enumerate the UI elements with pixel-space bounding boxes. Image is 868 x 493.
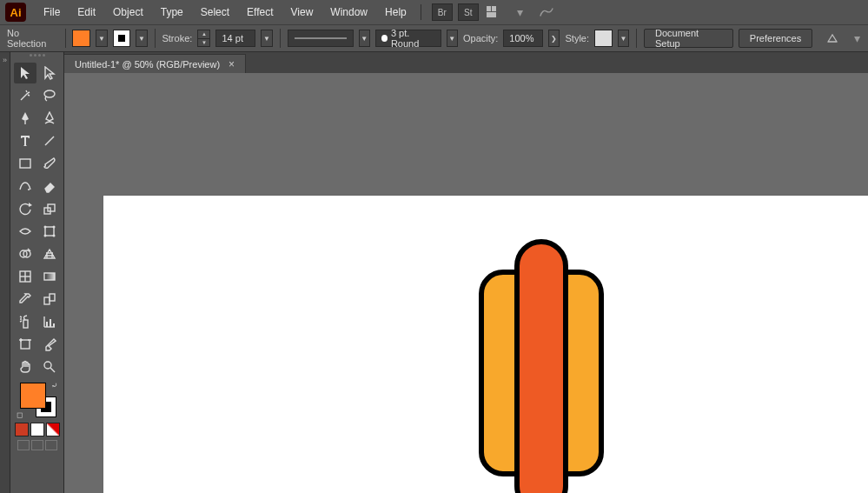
stroke-weight-field[interactable]: 14 pt <box>215 30 255 47</box>
menu-help[interactable]: Help <box>376 3 415 22</box>
main-area: » <box>0 52 868 493</box>
opacity-dropdown[interactable]: ❯ <box>548 30 560 47</box>
swap-fill-stroke-icon[interactable]: ⤾ <box>51 381 58 390</box>
draw-behind-icon[interactable] <box>31 440 43 450</box>
brush-definition-label: 3 pt. Round <box>391 28 435 49</box>
width-tool[interactable] <box>14 221 36 242</box>
separator <box>421 4 421 20</box>
bridge-button[interactable]: Br <box>432 3 453 21</box>
menu-type[interactable]: Type <box>152 3 192 22</box>
scale-tool[interactable] <box>38 198 61 219</box>
document-tab[interactable]: Untitled-1* @ 50% (RGB/Preview) × <box>64 54 246 73</box>
curvature-tool[interactable] <box>38 108 61 129</box>
rectangle-tool[interactable] <box>14 153 36 174</box>
document-area: Untitled-1* @ 50% (RGB/Preview) × <box>64 52 868 493</box>
arrange-documents-icon[interactable] <box>484 3 505 21</box>
fill-stroke-picker[interactable]: ⤾ ◻ <box>18 383 56 417</box>
app-logo: Ai <box>5 3 26 22</box>
gpu-performance-icon[interactable] <box>536 3 557 21</box>
options-bar: No Selection ▼ ▼ Stroke: ▲▼ 14 pt ▼ ▼ 3 … <box>0 24 868 52</box>
chevron-down-icon[interactable]: ▾ <box>510 3 531 21</box>
draw-normal-icon[interactable] <box>17 440 30 450</box>
menu-object[interactable]: Object <box>104 3 152 22</box>
rotate-tool[interactable] <box>14 198 36 219</box>
draw-inside-icon[interactable] <box>45 440 57 450</box>
slice-tool[interactable] <box>38 334 61 355</box>
stroke-swatch[interactable] <box>113 30 131 47</box>
eraser-tool[interactable] <box>38 176 61 197</box>
shape-builder-tool[interactable] <box>14 243 36 264</box>
align-dropdown[interactable]: ▾ <box>853 30 861 47</box>
opacity-field[interactable]: 100% <box>503 30 543 47</box>
brush-definition-dropdown[interactable]: ▼ <box>447 30 458 47</box>
paintbrush-tool[interactable] <box>38 153 61 174</box>
column-graph-tool[interactable] <box>38 311 61 332</box>
graphic-style-swatch[interactable] <box>594 30 613 47</box>
menu-edit[interactable]: Edit <box>69 3 104 22</box>
gradient-tool[interactable] <box>38 266 61 287</box>
stroke-weight-stepper[interactable]: ▲▼ <box>197 30 210 47</box>
shaper-tool[interactable] <box>14 176 36 197</box>
default-fill-stroke-icon[interactable]: ◻ <box>17 410 23 419</box>
svg-rect-8 <box>20 159 30 168</box>
color-mode-swatches <box>15 423 60 436</box>
pen-tool[interactable] <box>14 108 36 129</box>
close-tab-icon[interactable]: × <box>229 58 235 70</box>
color-mode-none[interactable] <box>46 423 60 436</box>
selection-status: No Selection <box>7 28 58 49</box>
panel-drag-handle[interactable] <box>20 54 55 61</box>
color-mode-gradient[interactable] <box>30 423 44 436</box>
eyedropper-tool[interactable] <box>14 289 36 310</box>
magic-wand-tool[interactable] <box>14 85 36 106</box>
svg-rect-29 <box>50 319 51 327</box>
fill-swatch[interactable] <box>72 30 90 47</box>
collapsed-panel-handle[interactable]: » <box>0 52 10 493</box>
tools-panel: ⤾ ◻ <box>10 52 64 493</box>
lasso-tool[interactable] <box>38 85 61 106</box>
variable-width-profile[interactable] <box>288 30 354 47</box>
stock-button[interactable]: St <box>458 3 479 21</box>
stroke-weight-dropdown[interactable]: ▼ <box>261 30 272 47</box>
graphic-style-dropdown[interactable]: ▼ <box>618 30 629 47</box>
svg-rect-0 <box>487 6 491 11</box>
pasteboard <box>64 73 868 493</box>
svg-point-16 <box>52 235 55 237</box>
stroke-dropdown[interactable]: ▼ <box>136 30 147 47</box>
free-transform-tool[interactable] <box>38 221 61 242</box>
menu-effect[interactable]: Effect <box>238 3 282 22</box>
perspective-grid-tool[interactable] <box>38 243 61 264</box>
preferences-button[interactable]: Preferences <box>739 29 812 48</box>
align-to-icon[interactable] <box>823 30 843 47</box>
svg-rect-12 <box>45 227 54 236</box>
variable-width-dropdown[interactable]: ▼ <box>359 30 370 47</box>
blend-tool[interactable] <box>38 289 61 310</box>
hand-tool[interactable] <box>14 356 36 377</box>
menu-view[interactable]: View <box>282 3 322 22</box>
fill-color-swatch[interactable] <box>20 383 46 409</box>
separator <box>280 29 281 48</box>
color-mode-solid[interactable] <box>15 423 29 436</box>
type-tool[interactable] <box>14 130 36 151</box>
brush-definition-field[interactable]: 3 pt. Round <box>375 30 441 47</box>
document-setup-button[interactable]: Document Setup <box>644 29 733 48</box>
svg-rect-1 <box>492 6 496 11</box>
menu-select[interactable]: Select <box>192 3 238 22</box>
menu-file[interactable]: File <box>35 3 69 22</box>
menu-window[interactable]: Window <box>321 3 376 22</box>
document-tab-bar: Untitled-1* @ 50% (RGB/Preview) × <box>64 52 868 73</box>
symbol-sprayer-tool[interactable] <box>14 311 36 332</box>
zoom-tool[interactable] <box>38 356 61 377</box>
direct-selection-tool[interactable] <box>38 63 61 83</box>
draw-mode-buttons <box>17 440 57 450</box>
fill-dropdown[interactable]: ▼ <box>96 30 107 47</box>
canvas[interactable] <box>64 73 868 493</box>
line-segment-tool[interactable] <box>38 130 61 151</box>
separator <box>636 29 637 48</box>
svg-rect-28 <box>46 322 48 327</box>
artboard-tool[interactable] <box>14 334 36 355</box>
mesh-tool[interactable] <box>14 266 36 287</box>
menu-bar: Ai File Edit Object Type Select Effect V… <box>0 0 868 24</box>
separator <box>155 29 156 48</box>
selection-tool[interactable] <box>14 63 36 83</box>
artwork-sausage-shape[interactable] <box>514 239 568 493</box>
